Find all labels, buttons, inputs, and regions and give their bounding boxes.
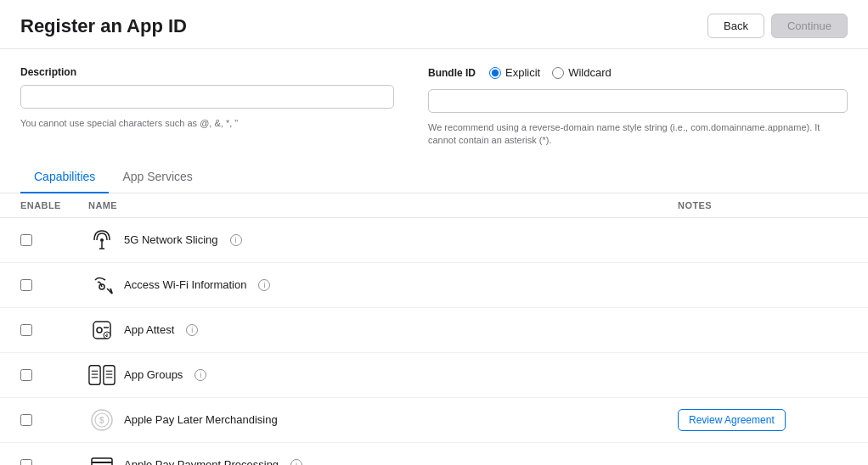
name-attest: App Attest: [124, 323, 174, 336]
notes-cell-pay-later: Review Agreement: [678, 409, 848, 431]
enable-cell-attest: [20, 324, 88, 336]
pay-process-icon: [88, 451, 116, 465]
svg-rect-13: [104, 365, 115, 384]
description-label: Description: [20, 66, 394, 78]
bundle-id-group: Bundle ID Explicit Wildcard We recommend…: [428, 66, 848, 148]
bundle-id-hint: We recommend using a reverse-domain name…: [428, 121, 848, 148]
wifi-icon: [88, 272, 116, 299]
bundle-id-header: Bundle ID Explicit Wildcard: [428, 66, 848, 79]
5g-icon: [88, 227, 116, 254]
form-section: Description You cannot use special chara…: [0, 49, 868, 161]
header-buttons: Back Continue: [707, 14, 848, 38]
name-cell-groups: App Groups i: [88, 361, 678, 389]
name-wifi: Access Wi-Fi Information: [124, 278, 246, 291]
bundle-id-label: Bundle ID: [428, 67, 476, 79]
info-icon-wifi[interactable]: i: [258, 279, 270, 291]
checkbox-attest[interactable]: [20, 324, 32, 336]
table-row: Apple Pay Payment Processing i: [0, 443, 868, 465]
description-group: Description You cannot use special chara…: [20, 66, 394, 148]
table-row: 5G Network Slicing i: [0, 218, 868, 263]
bundle-id-radio-group: Explicit Wildcard: [489, 66, 612, 79]
tabs-section: Capabilities App Services: [0, 161, 868, 193]
tabs: Capabilities App Services: [20, 161, 848, 193]
page-title: Register an App ID: [20, 15, 187, 37]
table-row: $ Apple Pay Later Merchandising Review A…: [0, 398, 868, 443]
svg-point-7: [97, 328, 102, 333]
info-icon-attest[interactable]: i: [186, 324, 198, 336]
col-notes: NOTES: [678, 200, 848, 210]
wildcard-option[interactable]: Wildcard: [552, 66, 612, 79]
table-row: App Groups i: [0, 353, 868, 398]
name-cell-wifi: Access Wi-Fi Information i: [88, 272, 678, 299]
svg-point-0: [100, 238, 104, 242]
review-agreement-button[interactable]: Review Agreement: [678, 409, 786, 431]
name-5g: 5G Network Slicing: [124, 233, 218, 246]
explicit-label: Explicit: [505, 66, 540, 79]
col-enable: ENABLE: [20, 200, 88, 210]
capabilities-table: ENABLE NAME NOTES 5G Network Slicing i: [0, 193, 868, 465]
name-cell-pay-process: Apple Pay Payment Processing i: [88, 451, 678, 465]
name-pay-process: Apple Pay Payment Processing: [124, 458, 279, 465]
back-button[interactable]: Back: [707, 14, 764, 38]
bundle-id-input[interactable]: [428, 89, 848, 113]
explicit-option[interactable]: Explicit: [489, 66, 540, 79]
wildcard-label: Wildcard: [568, 66, 612, 79]
enable-cell-5g: [20, 234, 88, 246]
page-header: Register an App ID Back Continue: [0, 0, 868, 49]
table-row: Access Wi-Fi Information i: [0, 263, 868, 308]
name-groups: App Groups: [124, 368, 183, 381]
enable-cell-groups: [20, 369, 88, 381]
info-icon-pay-process[interactable]: i: [290, 459, 302, 465]
svg-text:$: $: [99, 416, 104, 425]
name-cell-attest: App Attest i: [88, 317, 678, 344]
name-cell-pay-later: $ Apple Pay Later Merchandising: [88, 406, 678, 434]
enable-cell-wifi: [20, 279, 88, 291]
name-pay-later: Apple Pay Later Merchandising: [124, 413, 278, 426]
tab-app-services[interactable]: App Services: [109, 161, 206, 193]
checkbox-pay-process[interactable]: [20, 459, 32, 465]
info-icon-groups[interactable]: i: [194, 369, 206, 381]
checkbox-5g[interactable]: [20, 234, 32, 246]
col-name: NAME: [88, 200, 678, 210]
table-row: App Attest i: [0, 308, 868, 353]
enable-cell-pay-later: [20, 414, 88, 426]
attest-icon: [88, 317, 116, 344]
continue-button: Continue: [771, 14, 848, 38]
name-cell-5g: 5G Network Slicing i: [88, 227, 678, 254]
wildcard-radio[interactable]: [552, 67, 564, 79]
table-header: ENABLE NAME NOTES: [0, 193, 868, 218]
groups-icon: [88, 361, 116, 389]
checkbox-wifi[interactable]: [20, 279, 32, 291]
enable-cell-pay-process: [20, 459, 88, 465]
checkbox-groups[interactable]: [20, 369, 32, 381]
svg-rect-12: [89, 365, 100, 384]
info-icon-5g[interactable]: i: [230, 234, 242, 246]
explicit-radio[interactable]: [489, 67, 501, 79]
checkbox-pay-later[interactable]: [20, 414, 32, 426]
pay-later-icon: $: [88, 406, 116, 434]
tab-capabilities[interactable]: Capabilities: [20, 161, 109, 193]
description-hint: You cannot use special characters such a…: [20, 117, 394, 130]
description-input[interactable]: [20, 85, 394, 109]
